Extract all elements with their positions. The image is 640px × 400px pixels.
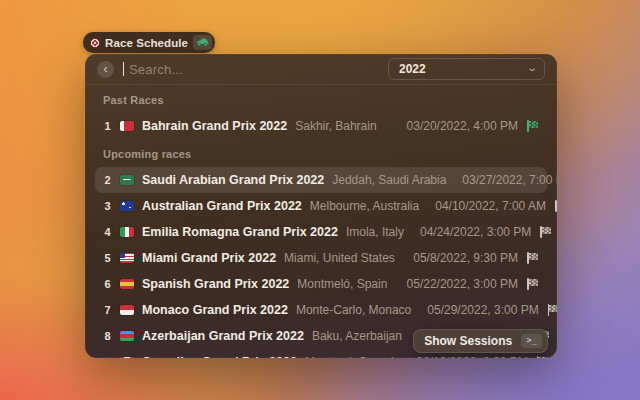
window-title: Race Schedule: [105, 37, 188, 49]
race-location: Jeddah, Saudi Arabia: [332, 173, 446, 187]
search-input[interactable]: Search...: [129, 62, 379, 77]
race-datetime: 04/24/2022, 3:00 PM: [420, 225, 531, 239]
race-location: Baku, Azerbaijan: [312, 329, 402, 343]
chevron-left-icon: ‹: [104, 62, 108, 77]
country-flag-icon: [120, 175, 134, 185]
race-row[interactable]: 3 Australian Grand Prix 2022 Melbourne, …: [95, 193, 547, 219]
race-index: 6: [103, 278, 112, 290]
race-datetime: 05/8/2022, 9:30 PM: [413, 251, 518, 265]
race-index: 1: [103, 120, 112, 132]
section-rows: 1 Bahrain Grand Prix 2022 Sakhir, Bahrai…: [95, 113, 547, 139]
year-dropdown[interactable]: 2022 ⌄: [388, 58, 545, 80]
race-name: Azerbaijan Grand Prix 2022: [142, 329, 304, 343]
race-row[interactable]: 7 Monaco Grand Prix 2022 Monte-Carlo, Mo…: [95, 297, 547, 323]
race-name: Spanish Grand Prix 2022: [142, 277, 289, 291]
checkered-flag-icon: [526, 278, 539, 290]
race-location: Melbourne, Australia: [310, 199, 419, 213]
race-name: Bahrain Grand Prix 2022: [142, 119, 287, 133]
checkered-flag-icon: [554, 200, 557, 212]
race-row[interactable]: 5 Miami Grand Prix 2022 Miami, United St…: [95, 245, 547, 271]
race-location: Imola, Italy: [346, 225, 404, 239]
text-cursor: [123, 62, 124, 76]
race-name: Miami Grand Prix 2022: [142, 251, 276, 265]
race-row[interactable]: 2 Saudi Arabian Grand Prix 2022 Jeddah, …: [95, 167, 547, 193]
checkered-flag-icon: [536, 356, 549, 358]
car-icon: [193, 35, 212, 50]
window-header-pill[interactable]: Race Schedule: [83, 32, 215, 53]
country-flag-icon: [120, 357, 134, 358]
race-index: 4: [103, 226, 112, 238]
race-datetime: 04/10/2022, 7:00 AM: [435, 199, 546, 213]
section-label: Upcoming races: [95, 139, 547, 167]
show-sessions-label: Show Sessions: [424, 334, 512, 348]
race-datetime: 05/22/2022, 3:00 PM: [407, 277, 518, 291]
chevron-down-icon: ⌄: [526, 62, 538, 73]
race-list: Past Races 1 Bahrain Grand Prix 2022 Sak…: [85, 85, 557, 358]
tire-icon: [90, 38, 100, 48]
back-button[interactable]: ‹: [97, 61, 114, 78]
race-datetime: 05/29/2022, 3:00 PM: [427, 303, 538, 317]
country-flag-icon: [120, 121, 134, 131]
race-datetime: 06/19/2022, 8:00 PM: [416, 355, 527, 358]
country-flag-icon: [120, 279, 134, 289]
country-flag-icon: [120, 201, 134, 211]
checkered-flag-icon: [539, 226, 552, 238]
checkered-flag-icon: [526, 120, 539, 132]
race-section: Past Races 1 Bahrain Grand Prix 2022 Sak…: [95, 85, 547, 139]
section-label: Past Races: [95, 85, 547, 113]
race-schedule-window: ‹ Search... 2022 ⌄ Past Races 1 Bahrain …: [85, 54, 557, 358]
race-name: Canadian Grand Prix 2022: [142, 355, 297, 358]
race-name: Emilia Romagna Grand Prix 2022: [142, 225, 338, 239]
race-index: 9: [103, 356, 112, 358]
country-flag-icon: [120, 227, 134, 237]
checkered-flag-icon: [526, 252, 539, 264]
race-datetime: 03/20/2022, 4:00 PM: [407, 119, 518, 133]
search-bar: ‹ Search... 2022 ⌄: [85, 54, 557, 85]
race-location: Montmeló, Spain: [297, 277, 387, 291]
car-icon-glyph: [196, 38, 209, 47]
race-datetime: 03/27/2022, 7:00 PM: [462, 173, 557, 187]
show-sessions-button[interactable]: Show Sessions >_: [413, 329, 548, 353]
race-name: Australian Grand Prix 2022: [142, 199, 302, 213]
checkered-flag-icon: [547, 304, 557, 316]
race-location: Miami, United States: [284, 251, 395, 265]
race-location: Montreal, Canada: [305, 355, 400, 358]
race-index: 8: [103, 330, 112, 342]
country-flag-icon: [120, 331, 134, 341]
race-section: Upcoming races 2 Saudi Arabian Grand Pri…: [95, 139, 547, 358]
race-row[interactable]: 1 Bahrain Grand Prix 2022 Sakhir, Bahrai…: [95, 113, 547, 139]
year-dropdown-value: 2022: [399, 62, 426, 76]
country-flag-icon: [120, 253, 134, 263]
race-index: 5: [103, 252, 112, 264]
race-index: 7: [103, 304, 112, 316]
race-location: Monte-Carlo, Monaco: [296, 303, 411, 317]
race-index: 2: [103, 174, 112, 186]
race-index: 3: [103, 200, 112, 212]
country-flag-icon: [120, 305, 134, 315]
race-row[interactable]: 4 Emilia Romagna Grand Prix 2022 Imola, …: [95, 219, 547, 245]
race-name: Monaco Grand Prix 2022: [142, 303, 288, 317]
race-row[interactable]: 6 Spanish Grand Prix 2022 Montmeló, Spai…: [95, 271, 547, 297]
race-location: Sakhir, Bahrain: [295, 119, 376, 133]
race-name: Saudi Arabian Grand Prix 2022: [142, 173, 324, 187]
enter-key-icon: >_: [521, 334, 542, 348]
